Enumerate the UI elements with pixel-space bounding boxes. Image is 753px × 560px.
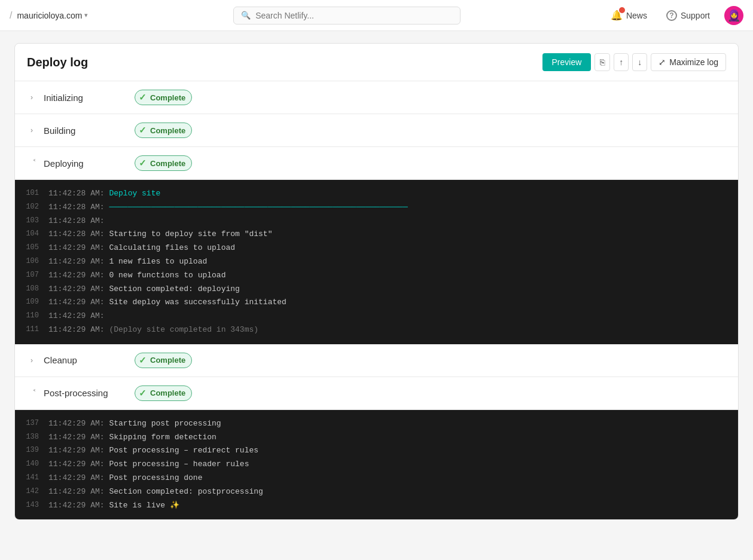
search-icon: 🔍 [241,11,251,20]
log-line: 11011:42:29 AM: [15,310,738,323]
line-number: 111 [15,324,48,336]
section-name-building: Building [44,126,127,136]
line-number: 143 [15,500,48,512]
status-badge-cleanup: ✓ Complete [135,353,192,368]
line-number: 142 [15,486,48,498]
maximize-log-button[interactable]: ⤢ Maximize log [651,53,726,71]
scroll-down-button[interactable]: ↓ [632,53,647,71]
notification-icon: 🔔 [611,10,623,21]
line-content: 11:42:29 AM: (Deploy site completed in 3… [48,324,258,336]
chevron-right-icon-building: › [27,126,36,134]
line-number: 107 [15,270,48,282]
support-icon: ? [666,10,677,21]
log-line: 10611:42:29 AM: 1 new files to upload [15,255,738,269]
log-line: 14011:42:29 AM: Post processing – header… [15,458,738,472]
line-content: 11:42:28 AM: [48,215,109,228]
section-initializing[interactable]: › Initializing ✓ Complete [15,81,738,114]
search-box[interactable]: 🔍 [233,7,461,25]
section-name-post-processing: Post-processing [44,388,127,398]
log-line: 10511:42:29 AM: Calculating files to upl… [15,241,738,255]
line-content: 11:42:29 AM: Site deploy was successfull… [48,296,286,309]
line-content: 11:42:29 AM: Post processing – header ru… [48,458,249,471]
line-content: 11:42:29 AM: Section completed: postproc… [48,486,263,498]
line-number: 101 [15,188,48,200]
preview-button[interactable]: Preview [542,53,592,71]
log-line: 10211:42:28 AM: ────────────────────────… [15,201,738,215]
log-line: 11111:42:29 AM: (Deploy site completed i… [15,323,738,337]
news-label: News [626,11,647,20]
deploy-log-title: Deploy log [27,56,88,69]
arrow-down-icon: ↓ [638,57,642,67]
news-button[interactable]: 🔔 News [606,6,652,25]
arrow-up-icon: ↑ [619,57,623,67]
section-cleanup[interactable]: › Cleanup ✓ Complete [15,344,738,377]
line-number: 105 [15,242,48,255]
deploy-log-container: Deploy log Preview ⎘ ↑ ↓ ⤢ Maximize log [14,43,739,520]
section-building[interactable]: › Building ✓ Complete [15,114,738,147]
status-badge-deploying: ✓ Complete [135,155,192,171]
log-line: 14211:42:29 AM: Section completed: postp… [15,485,738,499]
line-content: 11:42:29 AM: 0 new functions to upload [48,270,225,282]
line-content: 11:42:29 AM: Post processing – redirect … [48,445,258,457]
section-name-cleanup: Cleanup [44,355,127,365]
chevron-right-icon: › [27,93,36,102]
line-number: 141 [15,472,48,485]
search-input[interactable] [255,11,453,20]
line-number: 108 [15,283,48,296]
section-post-processing[interactable]: ˅ Post-processing ✓ Complete [15,377,738,410]
check-icon-post: ✓ [139,388,147,399]
line-number: 109 [15,296,48,309]
log-line: 10111:42:28 AM: Deploy site [15,187,738,201]
line-content: 11:42:29 AM: Skipping form detection [48,432,217,444]
topnav-actions: 🔔 News ? Support 🧕 [606,6,743,25]
log-line: 13711:42:29 AM: Starting post processing [15,417,738,431]
status-text-cleanup: Complete [150,356,185,365]
line-number: 102 [15,201,48,214]
status-text-deploying: Complete [150,159,185,168]
log-line: 14111:42:29 AM: Post processing done [15,472,738,485]
section-deploying[interactable]: ˅ Deploying ✓ Complete [15,147,738,180]
log-line: 10811:42:29 AM: Section completed: deplo… [15,283,738,296]
log-line: 13911:42:29 AM: Post processing – redire… [15,444,738,458]
log-line: 10311:42:28 AM: [15,215,738,228]
deploy-log-actions: Preview ⎘ ↑ ↓ ⤢ Maximize log [542,53,727,71]
status-badge-initializing: ✓ Complete [135,90,192,105]
status-badge-building: ✓ Complete [135,123,192,138]
scroll-up-button[interactable]: ↑ [614,53,629,71]
user-avatar[interactable]: 🧕 [724,6,743,25]
site-selector[interactable]: mauricioloya.com ▾ [17,11,88,20]
deploying-log-terminal: 10111:42:28 AM: Deploy site10211:42:28 A… [15,180,738,344]
support-button[interactable]: ? Support [661,7,715,25]
line-number: 137 [15,418,48,430]
check-icon: ✓ [139,92,147,103]
line-content: 11:42:29 AM: Section completed: deployin… [48,283,240,296]
section-name-initializing: Initializing [44,93,127,103]
check-icon-cleanup: ✓ [139,355,147,366]
chevron-down-icon: ▾ [84,11,88,19]
topnav: / mauricioloya.com ▾ 🔍 🔔 News ? Support … [0,0,753,31]
status-text-post-processing: Complete [150,388,185,397]
line-content: 11:42:28 AM: Starting to deploy site fro… [48,228,272,241]
chevron-down-icon-post: ˅ [28,388,36,398]
log-line: 13811:42:29 AM: Skipping form detection [15,431,738,445]
status-badge-post-processing: ✓ Complete [135,385,192,401]
line-content: 11:42:28 AM: Deploy site [48,188,160,200]
copy-icon: ⎘ [600,57,605,67]
support-label: Support [681,11,710,20]
deploy-log-header: Deploy log Preview ⎘ ↑ ↓ ⤢ Maximize log [15,44,738,81]
copy-button[interactable]: ⎘ [595,53,610,71]
site-name: mauricioloya.com [17,11,82,20]
log-line: 10711:42:29 AM: 0 new functions to uploa… [15,269,738,283]
post-processing-log-terminal: 13711:42:29 AM: Starting post processing… [15,410,738,520]
main-content: Deploy log Preview ⎘ ↑ ↓ ⤢ Maximize log [0,31,753,532]
line-number: 140 [15,458,48,471]
line-content: 11:42:29 AM: Post processing done [48,472,202,485]
avatar-emoji: 🧕 [727,9,740,22]
breadcrumb-slash: / [10,10,12,21]
chevron-down-icon-deploying: ˅ [28,158,36,168]
maximize-label: Maximize log [669,57,718,67]
check-icon-deploying: ✓ [139,158,147,169]
line-content: 11:42:29 AM: Site is live ✨ [48,500,179,512]
line-content: 11:42:29 AM: [48,310,109,323]
line-number: 110 [15,310,48,323]
